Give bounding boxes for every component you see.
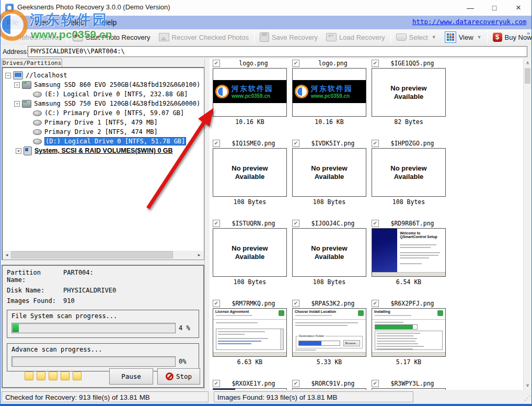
menu-select[interactable]: Select bbox=[58, 16, 94, 29]
select-dropdown-button[interactable]: Select ▼ bbox=[392, 30, 441, 44]
collapse-icon[interactable]: − bbox=[5, 73, 11, 78]
load-recovery-button[interactable]: Load Recovery bbox=[322, 30, 389, 44]
file-size: 108 Bytes bbox=[292, 278, 366, 286]
file-cell: ✔ logo.png 河东软件园 www.pc0359.cn 10.16 KB bbox=[213, 60, 287, 125]
file-thumbnail[interactable]: Installing bbox=[372, 308, 446, 357]
file-size: 10.16 KB bbox=[213, 118, 287, 126]
file-checkbox[interactable]: ✔ bbox=[292, 380, 299, 387]
resize-grip[interactable]: ⋰ bbox=[524, 394, 530, 402]
tree-horizontal-scrollbar[interactable]: ◂ ▸ bbox=[3, 251, 203, 259]
file-thumbnail[interactable]: Choose Install Location Destination Fold… bbox=[292, 308, 366, 357]
file-checkbox[interactable]: ✔ bbox=[213, 220, 220, 227]
browse-button: Browse... bbox=[343, 340, 360, 346]
file-thumbnail[interactable]: 河东软件园 www.pc0359.cn bbox=[292, 68, 366, 117]
advance-scan-percent: 0% bbox=[179, 358, 194, 365]
tree-item-system-raid[interactable]: + System, SCSI & RAID VOLUMES($WIN) 0 GB bbox=[4, 146, 203, 155]
file-size: 108 Bytes bbox=[372, 198, 446, 206]
advance-scan-label: Advance scan progress... bbox=[11, 346, 102, 353]
scroll-left-icon[interactable]: ◂ bbox=[3, 251, 11, 259]
toolbar-overflow-chevron[interactable]: » bbox=[527, 30, 530, 36]
minimize-button[interactable]: — bbox=[458, 0, 482, 16]
pause-button[interactable]: Pause bbox=[109, 368, 153, 385]
file-cell: ✔ $RD9R86T.png Welcome to QSmartControl … bbox=[372, 220, 446, 285]
file-thumbnail[interactable]: Welcome to QSmartControl Setup bbox=[372, 228, 446, 277]
partition-icon bbox=[33, 92, 42, 97]
file-name: logo.png bbox=[299, 60, 366, 67]
file-size: 108 Bytes bbox=[213, 198, 287, 206]
file-name: $ISTUQRN.png bbox=[220, 220, 287, 227]
file-thumbnail[interactable]: No previewAvailable bbox=[292, 148, 366, 197]
menu-bar: File View Select Help http://www.datarec… bbox=[1, 16, 531, 29]
scroll-right-icon[interactable]: ▸ bbox=[195, 251, 203, 259]
refresh-drives-button[interactable]: ⟳ Refresh Drives bbox=[1, 30, 66, 44]
grid-vertical-scrollbar[interactable]: ∧ ∨ bbox=[523, 59, 531, 390]
start-photo-recovery-button[interactable]: Start Photo Recovery bbox=[68, 30, 155, 44]
stop-button[interactable]: Stop bbox=[157, 368, 200, 385]
file-checkbox[interactable]: ✔ bbox=[292, 60, 299, 67]
file-checkbox[interactable]: ✔ bbox=[292, 300, 299, 307]
file-thumbnail[interactable]: No previewAvailable bbox=[372, 148, 446, 197]
expand-icon[interactable]: + bbox=[16, 148, 21, 154]
file-checkbox[interactable]: ✔ bbox=[372, 380, 379, 387]
scan-info-panel: Partition Name: PART004: Disk Name: PHYS… bbox=[2, 265, 204, 388]
file-name: $RORC91V.png bbox=[299, 380, 366, 387]
file-thumbnail[interactable]: 河东软件园 www.pc0359.cn bbox=[213, 68, 287, 117]
file-checkbox[interactable]: ✔ bbox=[213, 380, 220, 387]
menu-view[interactable]: View bbox=[27, 16, 58, 29]
file-checkbox[interactable]: ✔ bbox=[372, 220, 379, 227]
activity-indicator bbox=[73, 371, 82, 380]
scrollbar-thumb[interactable] bbox=[525, 68, 530, 84]
file-thumbnail[interactable]: License Agreement bbox=[213, 308, 287, 357]
file-thumbnail[interactable]: No previewAvailable bbox=[372, 68, 446, 117]
file-cell: ✔ $IJOOJ4C.png No previewAvailable 108 B… bbox=[292, 220, 366, 285]
save-recovery-button[interactable]: Save Recovery bbox=[256, 30, 322, 44]
menu-file[interactable]: File bbox=[1, 16, 27, 29]
collapse-icon[interactable]: − bbox=[14, 101, 20, 107]
file-size: 6.54 KB bbox=[372, 278, 446, 286]
partition-icon bbox=[33, 120, 42, 126]
tree-item-disk-750[interactable]: − Samsung SSD 750 EVO 120GB(4&38fbd192&0… bbox=[4, 99, 203, 108]
file-checkbox[interactable]: ✔ bbox=[292, 220, 299, 227]
file-name: $RM7RMKQ.png bbox=[220, 300, 287, 307]
scroll-up-icon[interactable]: ∧ bbox=[524, 59, 531, 67]
file-checkbox[interactable]: ✔ bbox=[372, 300, 379, 307]
file-thumbnail[interactable]: No previewAvailable bbox=[213, 148, 287, 197]
file-thumbnail[interactable]: No previewAvailable bbox=[213, 228, 287, 277]
tree-item-partition-e[interactable]: (E:) Logical Drive 0 [NTFS, 232.88 GB] bbox=[4, 89, 203, 99]
dollar-icon: $ bbox=[493, 32, 502, 42]
close-button[interactable]: × bbox=[506, 0, 530, 16]
toolbar-separator bbox=[487, 31, 488, 43]
file-thumbnail[interactable]: No previewAvailable bbox=[292, 228, 366, 277]
installer-icon bbox=[437, 310, 443, 316]
buy-now-button[interactable]: $ Buy Now bbox=[489, 30, 532, 44]
tree-item-localhost[interactable]: − //localhost bbox=[4, 71, 203, 80]
file-name: $IJOOJ4C.png bbox=[299, 220, 366, 227]
menu-help[interactable]: Help bbox=[94, 16, 125, 29]
tree-item-partition-c[interactable]: (C:) Primary Drive 0 [NTFS, 59.07 GB] bbox=[4, 108, 203, 118]
advance-scan-progressbar bbox=[11, 356, 176, 367]
address-input[interactable]: PHYSICALDRIVE0\\PART004:\ bbox=[28, 46, 527, 57]
recover-checked-photos-button[interactable]: Recover Checked Photos bbox=[155, 30, 253, 44]
file-name: $IHPDZGO.png bbox=[379, 140, 446, 147]
file-checkbox[interactable]: ✔ bbox=[372, 140, 379, 147]
file-checkbox[interactable]: ✔ bbox=[372, 60, 379, 67]
website-link[interactable]: http://www.datarecoveryuk.com bbox=[412, 18, 531, 26]
partition-icon bbox=[33, 139, 42, 144]
file-checkbox[interactable]: ✔ bbox=[213, 300, 220, 307]
file-checkbox[interactable]: ✔ bbox=[292, 140, 299, 147]
tab-drives-partitions[interactable]: Drives/Partitions bbox=[2, 59, 62, 67]
file-name: $IGE1QQ5.png bbox=[379, 60, 446, 67]
file-checkbox[interactable]: ✔ bbox=[213, 140, 220, 147]
tree-item-disk-860[interactable]: − Samsung SSD 860 EVO 250GB(4&38fbd192&0… bbox=[4, 80, 203, 89]
file-cell: ✔ $RORC91V.png bbox=[292, 380, 366, 390]
collapse-icon[interactable]: − bbox=[14, 82, 20, 88]
tree-item-primary-2[interactable]: Primary Drive 2 [NTFS, 474 MB] bbox=[4, 127, 203, 137]
scrollbar-thumb[interactable] bbox=[11, 251, 173, 258]
view-dropdown-button[interactable]: View ▼ bbox=[441, 30, 486, 44]
tree-item-primary-1[interactable]: Primary Drive 1 [NTFS, 479 MB] bbox=[4, 118, 203, 127]
tree-item-partition-d-selected[interactable]: (D:) Logical Drive 0 [NTFS, 51.78 GB] bbox=[4, 137, 203, 146]
scroll-down-icon[interactable]: ∨ bbox=[524, 381, 531, 390]
maximize-button[interactable]: □ bbox=[482, 0, 506, 16]
file-checkbox[interactable]: ✔ bbox=[213, 60, 220, 67]
logo-globe-icon bbox=[295, 85, 308, 98]
